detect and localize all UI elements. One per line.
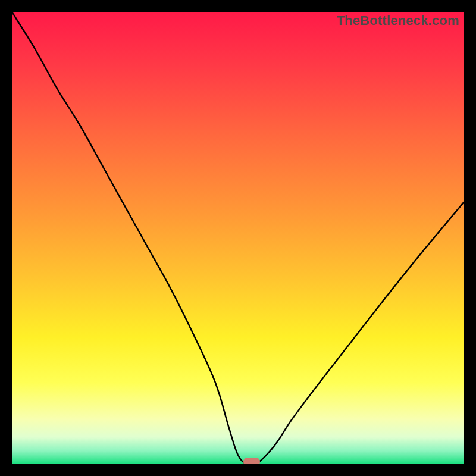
optimal-point-marker — [243, 458, 260, 464]
watermark-text: TheBottleneck.com — [337, 13, 459, 29]
chart-frame: TheBottleneck.com — [0, 0, 476, 476]
bottleneck-curve — [12, 12, 464, 464]
plot-area: TheBottleneck.com — [12, 12, 464, 464]
